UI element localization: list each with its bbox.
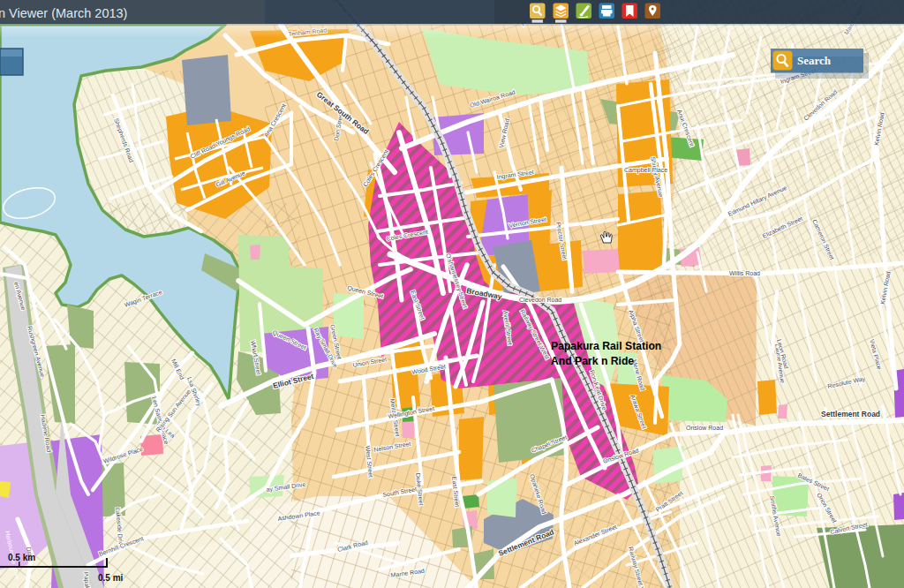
svg-text:And Park n Ride: And Park n Ride xyxy=(551,355,634,367)
svg-text:Papakura Rail Station: Papakura Rail Station xyxy=(551,340,661,352)
svg-text:Search: Search xyxy=(797,54,832,67)
svg-text:Willis Road: Willis Road xyxy=(729,270,760,276)
svg-text:0.5 km: 0.5 km xyxy=(8,553,35,562)
svg-text:Campbell Place: Campbell Place xyxy=(624,167,667,174)
svg-text:Onslow Road: Onslow Road xyxy=(686,425,723,431)
svg-text:n Viewer (March 2013): n Viewer (March 2013) xyxy=(0,6,127,20)
svg-text:Clevedon Road: Clevedon Road xyxy=(519,297,561,303)
svg-text:Settlement Road: Settlement Road xyxy=(821,410,880,418)
svg-text:0.5 mi: 0.5 mi xyxy=(98,573,124,583)
